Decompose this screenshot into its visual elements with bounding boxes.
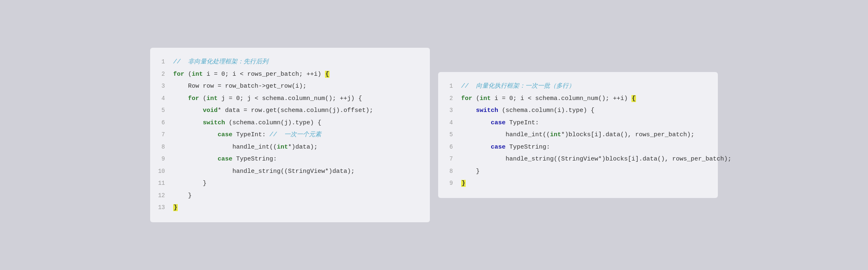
code-token: TypeInt: — [232, 131, 269, 138]
right-code-panel: 1// 向量化执行框架：一次一批（多行）2for (int i = 0; i <… — [438, 72, 718, 198]
line-number: 7 — [150, 130, 165, 140]
left-code-panel: 1// 非向量化处理框架：先行后列2for (int i = 0; i < ro… — [150, 48, 430, 222]
highlight-brace: { — [631, 95, 636, 102]
code-keyword: case — [218, 156, 232, 163]
code-line: 6 case TypeString: — [438, 141, 718, 154]
code-keyword: int — [550, 131, 561, 138]
code-line: 10 handle_string((StringView*)data); — [150, 165, 430, 178]
code-line: 5 void* data = row.get(schema.column(j).… — [150, 105, 430, 117]
line-content: Row row = row_batch->get_row(i); — [173, 81, 306, 92]
code-token — [173, 156, 218, 163]
code-line: 1// 非向量化处理框架：先行后列 — [150, 56, 430, 68]
line-content: handle_int((int*)blocks[i].data(), rows_… — [461, 130, 694, 140]
code-token: (schema.column(i).type) { — [498, 107, 594, 114]
code-line: 8 } — [438, 165, 718, 178]
line-number: 11 — [150, 179, 165, 189]
code-token: ( — [199, 95, 207, 102]
code-line: 3 Row row = row_batch->get_row(i); — [150, 80, 430, 93]
code-token: } — [173, 192, 192, 199]
line-number: 9 — [438, 179, 453, 189]
line-number: 1 — [438, 81, 453, 91]
code-keyword: int — [192, 71, 203, 78]
line-number: 7 — [438, 154, 453, 164]
code-keyword-blue: case — [491, 144, 506, 151]
code-token — [173, 95, 188, 102]
code-keyword: int — [277, 144, 288, 151]
code-keyword: switch — [203, 119, 225, 126]
highlight-brace: } — [173, 204, 178, 211]
line-number: 5 — [438, 130, 453, 140]
code-keyword-blue: case — [491, 119, 506, 126]
code-token: } — [461, 168, 480, 175]
code-token: i = 0; i < schema.column_num(); ++i) — [491, 95, 631, 102]
code-token: j = 0; j < schema.column_num(); ++j) { — [218, 95, 362, 102]
code-token — [461, 107, 476, 114]
line-content: } — [173, 178, 207, 189]
line-content: for (int j = 0; j < schema.column_num();… — [173, 93, 362, 104]
code-keyword-blue: switch — [476, 107, 498, 114]
line-number: 3 — [150, 81, 165, 91]
code-line: 9} — [438, 177, 718, 190]
code-token: handle_string((StringView*)blocks[i].dat… — [461, 156, 731, 163]
code-keyword: for — [188, 95, 199, 102]
line-number: 8 — [438, 167, 453, 177]
line-number: 12 — [150, 191, 165, 201]
code-line: 8 handle_int((int*)data); — [150, 141, 430, 154]
line-content: case TypeString: — [461, 142, 550, 153]
line-number: 10 — [150, 167, 165, 177]
line-content: case TypeString: — [173, 154, 277, 165]
line-content: } — [461, 166, 480, 177]
line-number: 6 — [438, 142, 453, 152]
code-line: 1// 向量化执行框架：一次一批（多行） — [438, 80, 718, 93]
code-line: 2for (int i = 0; i < rows_per_batch; ++i… — [150, 68, 430, 81]
code-token: (schema.column(j).type) { — [225, 119, 321, 126]
line-number: 5 — [150, 106, 165, 116]
code-line: 2for (int i = 0; i < schema.column_num()… — [438, 93, 718, 105]
line-content: // 向量化执行框架：一次一批（多行） — [461, 81, 575, 92]
code-token: Row row = row_batch->get_row(i); — [173, 83, 306, 90]
code-token: handle_int(( — [461, 131, 550, 138]
line-content: case TypeInt: — [461, 118, 539, 128]
code-token: *)data); — [288, 144, 318, 151]
code-comment: // 一次一个元素 — [269, 131, 321, 138]
code-token: } — [173, 180, 207, 187]
highlight-brace: } — [461, 180, 466, 187]
line-number: 2 — [150, 70, 165, 79]
line-number: 13 — [150, 203, 165, 213]
highlight-brace: { — [325, 71, 330, 78]
code-line: 6 switch (schema.column(j).type) { — [150, 117, 430, 129]
code-line: 7 case TypeInt: // 一次一个元素 — [150, 129, 430, 141]
line-content: handle_string((StringView*)blocks[i].dat… — [461, 154, 731, 165]
line-content: void* data = row.get(schema.column(j).of… — [173, 105, 373, 116]
code-token: handle_int(( — [173, 144, 277, 151]
line-number: 9 — [150, 154, 165, 164]
line-content: switch (schema.column(i).type) { — [461, 105, 594, 116]
line-content: // 非向量化处理框架：先行后列 — [173, 57, 268, 68]
line-content: } — [173, 202, 178, 213]
code-keyword: int — [480, 95, 491, 102]
line-number: 4 — [150, 94, 165, 104]
code-token — [461, 119, 491, 126]
code-line: 4 for (int j = 0; j < schema.column_num(… — [150, 93, 430, 105]
line-content: case TypeInt: // 一次一个元素 — [173, 130, 321, 140]
code-line: 4 case TypeInt: — [438, 117, 718, 129]
code-token: i = 0; i < rows_per_batch; ++i) — [203, 71, 325, 78]
line-number: 4 — [438, 118, 453, 128]
code-line: 13} — [150, 202, 430, 214]
line-content: } — [461, 178, 466, 189]
code-line: 3 switch (schema.column(i).type) { — [438, 105, 718, 117]
code-token: ( — [472, 95, 480, 102]
code-comment: // 非向量化处理框架：先行后列 — [173, 58, 268, 65]
code-token: TypeString: — [232, 156, 277, 163]
line-number: 3 — [438, 106, 453, 116]
code-token: *)blocks[i].data(), rows_per_batch); — [561, 131, 694, 138]
code-keyword: case — [218, 131, 232, 138]
line-number: 8 — [150, 142, 165, 152]
code-token: handle_string((StringView*)data); — [173, 168, 355, 175]
line-content: handle_string((StringView*)data); — [173, 166, 355, 177]
line-content: switch (schema.column(j).type) { — [173, 118, 321, 128]
code-line: 11 } — [150, 177, 430, 190]
code-token: ( — [184, 71, 192, 78]
code-keyword: int — [207, 95, 218, 102]
code-token — [173, 131, 218, 138]
